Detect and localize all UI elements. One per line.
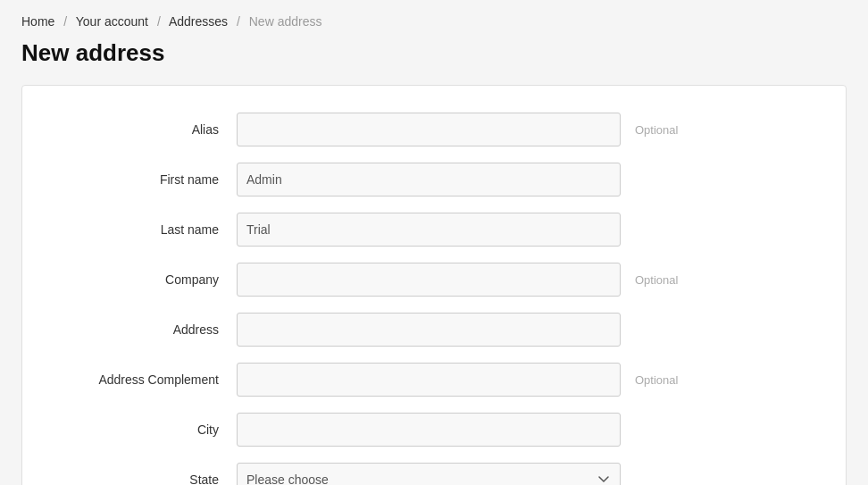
alias-label: Alias	[58, 122, 237, 137]
page-title: New address	[21, 39, 847, 67]
first-name-row: First name	[58, 163, 810, 197]
address-complement-input[interactable]	[237, 363, 621, 397]
state-label: State	[58, 472, 237, 485]
last-name-label: Last name	[58, 222, 237, 237]
state-select[interactable]: Please choose	[237, 463, 621, 485]
address-complement-row: Address Complement Optional	[58, 363, 810, 397]
address-complement-label: Address Complement	[58, 372, 237, 387]
page-wrapper: Home / Your account / Addresses / New ad…	[0, 0, 868, 485]
state-row: State Please choose	[58, 463, 810, 485]
first-name-input[interactable]	[237, 163, 621, 197]
address-label: Address	[58, 322, 237, 337]
last-name-input[interactable]	[237, 213, 621, 247]
first-name-label: First name	[58, 172, 237, 187]
breadcrumb-sep-1: /	[63, 14, 67, 29]
company-input[interactable]	[237, 263, 621, 297]
breadcrumb-sep-2: /	[157, 14, 161, 29]
alias-input[interactable]	[237, 113, 621, 146]
company-label: Company	[58, 272, 237, 287]
city-row: City	[58, 413, 810, 447]
address-row: Address	[58, 313, 810, 347]
alias-optional: Optional	[635, 123, 678, 137]
company-row: Company Optional	[58, 263, 810, 297]
breadcrumb-home[interactable]: Home	[21, 14, 54, 29]
breadcrumb: Home / Your account / Addresses / New ad…	[21, 14, 847, 29]
address-input[interactable]	[237, 313, 621, 347]
alias-row: Alias Optional	[58, 113, 810, 146]
breadcrumb-addresses[interactable]: Addresses	[169, 14, 228, 29]
breadcrumb-account[interactable]: Your account	[76, 14, 148, 29]
city-label: City	[58, 422, 237, 437]
new-address-form: Alias Optional First name Last name Comp…	[21, 85, 847, 485]
breadcrumb-sep-3: /	[237, 14, 240, 29]
breadcrumb-current: New address	[249, 14, 322, 29]
city-input[interactable]	[237, 413, 621, 447]
address-complement-optional: Optional	[635, 373, 678, 387]
last-name-row: Last name	[58, 213, 810, 247]
company-optional: Optional	[635, 273, 678, 287]
